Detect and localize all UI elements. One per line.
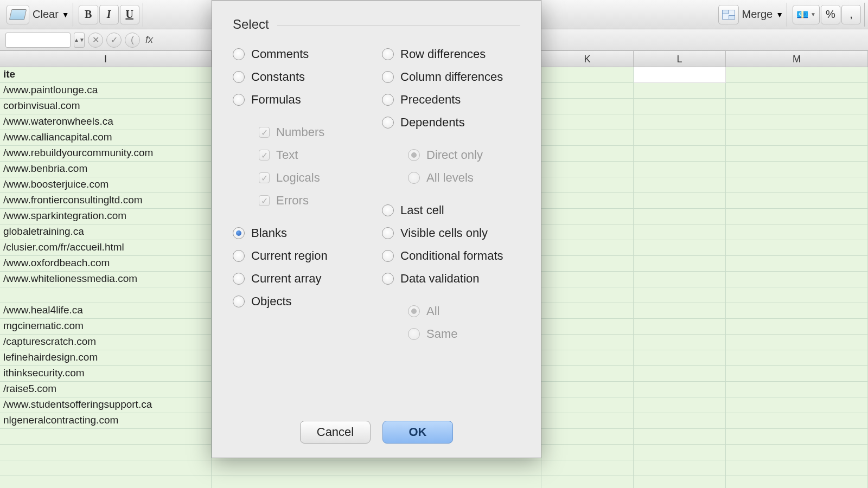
cell[interactable] [541, 335, 634, 350]
cell[interactable] [634, 335, 726, 350]
cell[interactable] [634, 240, 726, 256]
cell[interactable] [634, 319, 726, 335]
cell[interactable] [634, 287, 726, 303]
cell[interactable] [726, 209, 868, 224]
confirm-formula-button[interactable]: ✓ [106, 33, 122, 48]
cell[interactable] [634, 350, 726, 366]
cell[interactable]: mgcinematic.com [0, 319, 212, 335]
cell[interactable]: /www.studentsofferingsupport.ca [0, 397, 212, 413]
cell[interactable] [726, 445, 868, 460]
cell[interactable] [541, 177, 634, 193]
cell[interactable] [0, 460, 212, 476]
cell[interactable] [634, 177, 726, 193]
cell[interactable] [726, 177, 868, 193]
cell[interactable]: /clusier.com/fr/accueil.html [0, 240, 212, 256]
cell[interactable] [634, 83, 726, 99]
cell[interactable] [726, 146, 868, 162]
radio-current-region[interactable]: Current region [233, 245, 371, 267]
cell[interactable] [541, 130, 634, 146]
radio-constants[interactable]: Constants [233, 66, 371, 88]
cell[interactable] [726, 99, 868, 114]
column-header-m[interactable]: M [726, 51, 868, 67]
cell[interactable]: ithinksecurity.com [0, 366, 212, 382]
cell[interactable] [634, 99, 726, 114]
cell[interactable] [541, 162, 634, 177]
cell[interactable] [212, 460, 541, 476]
cell[interactable] [634, 146, 726, 162]
cell[interactable] [726, 272, 868, 287]
cell[interactable] [541, 99, 634, 114]
radio-visible-cells[interactable]: Visible cells only [382, 222, 520, 245]
fx-label[interactable]: fx [143, 34, 155, 46]
comma-button[interactable]: , [841, 5, 861, 24]
cell[interactable] [726, 303, 868, 319]
cell[interactable] [541, 319, 634, 335]
cell[interactable] [0, 445, 212, 460]
cell[interactable] [634, 114, 726, 130]
cell[interactable] [726, 476, 868, 488]
radio-formulas[interactable]: Formulas [233, 88, 371, 111]
cell[interactable] [726, 114, 868, 130]
cell[interactable] [634, 413, 726, 429]
cell[interactable] [634, 429, 726, 445]
cell[interactable] [541, 193, 634, 209]
radio-conditional-formats[interactable]: Conditional formats [382, 245, 520, 267]
radio-column-differences[interactable]: Column differences [382, 66, 520, 88]
radio-blanks[interactable]: Blanks [233, 222, 371, 245]
cell[interactable] [541, 445, 634, 460]
cell[interactable]: /www.heal4life.ca [0, 303, 212, 319]
radio-dependents[interactable]: Dependents [382, 111, 520, 134]
cell[interactable] [726, 83, 868, 99]
bold-button[interactable]: B [79, 5, 98, 24]
merge-button[interactable] [718, 5, 739, 24]
clear-button[interactable] [7, 5, 29, 24]
cell[interactable] [541, 146, 634, 162]
cell[interactable] [726, 256, 868, 272]
cell[interactable] [634, 224, 726, 240]
cell[interactable]: globaletraining.ca [0, 224, 212, 240]
column-header-l[interactable]: L [634, 51, 726, 67]
cell[interactable] [541, 429, 634, 445]
cell[interactable] [541, 224, 634, 240]
cell[interactable] [541, 67, 634, 83]
cell[interactable] [634, 366, 726, 382]
cell[interactable]: /www.whitelionessmedia.com [0, 272, 212, 287]
cell[interactable]: ite [0, 67, 212, 83]
cell[interactable]: /capturescratch.com [0, 335, 212, 350]
cell[interactable] [541, 209, 634, 224]
cell[interactable] [726, 429, 868, 445]
cell[interactable]: /www.boosterjuice.com [0, 177, 212, 193]
cell[interactable] [212, 476, 541, 488]
cell[interactable] [541, 397, 634, 413]
column-header-k[interactable]: K [541, 51, 634, 67]
cell[interactable] [541, 382, 634, 397]
percent-button[interactable]: % [821, 5, 840, 24]
cell[interactable] [541, 460, 634, 476]
cell[interactable] [726, 460, 868, 476]
cell[interactable] [726, 366, 868, 382]
cell[interactable] [541, 476, 634, 488]
cell[interactable]: lefinehairdesign.com [0, 350, 212, 366]
cell[interactable]: /raise5.com [0, 382, 212, 397]
cancel-formula-button[interactable]: ✕ [88, 33, 103, 48]
cell[interactable] [541, 240, 634, 256]
cell[interactable] [726, 224, 868, 240]
cell[interactable] [541, 350, 634, 366]
cell[interactable] [726, 193, 868, 209]
chevron-down-icon[interactable]: ▼ [62, 10, 69, 19]
cell[interactable] [726, 319, 868, 335]
radio-precedents[interactable]: Precedents [382, 88, 520, 111]
name-box[interactable] [5, 33, 71, 48]
cell[interactable] [541, 114, 634, 130]
cell[interactable] [634, 303, 726, 319]
radio-row-differences[interactable]: Row differences [382, 43, 520, 66]
cell[interactable] [726, 335, 868, 350]
cell[interactable]: /www.frontierconsultingltd.com [0, 193, 212, 209]
chevron-down-icon[interactable]: ▼ [776, 10, 783, 19]
radio-data-validation[interactable]: Data validation [382, 267, 520, 290]
cell[interactable] [634, 130, 726, 146]
cell[interactable] [634, 193, 726, 209]
cell[interactable]: /www.rebuildyourcommunity.com [0, 146, 212, 162]
column-header-i[interactable]: I [0, 51, 212, 67]
cell[interactable] [541, 366, 634, 382]
